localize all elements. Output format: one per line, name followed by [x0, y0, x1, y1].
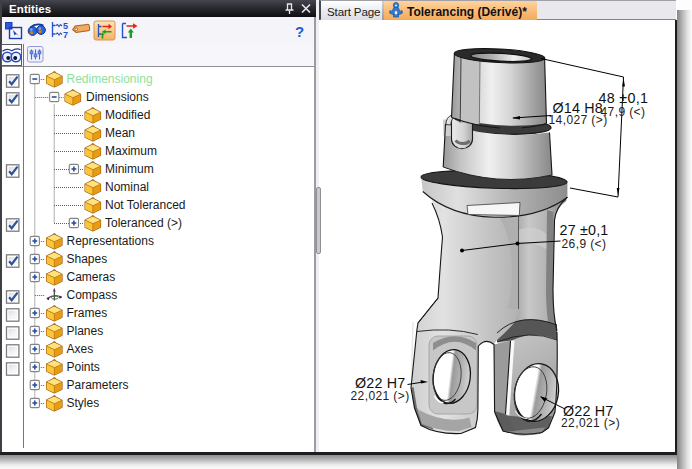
svg-text:Parameters: Parameters: [67, 378, 129, 392]
svg-text:Maximum: Maximum: [105, 144, 157, 158]
svg-text:Points: Points: [67, 360, 100, 374]
svg-text:Compass: Compass: [67, 288, 118, 302]
svg-text:Nominal: Nominal: [105, 180, 149, 194]
svg-text:22,021 (>): 22,021 (>): [351, 389, 410, 403]
svg-text:Shapes: Shapes: [67, 252, 108, 266]
svg-text:?: ?: [295, 23, 304, 40]
svg-text:Frames: Frames: [67, 306, 108, 320]
svg-text:Axes: Axes: [67, 342, 94, 356]
svg-text:Cameras: Cameras: [67, 270, 116, 284]
svg-text:Toleranced (>): Toleranced (>): [105, 216, 182, 230]
svg-text:Minimum: Minimum: [105, 162, 154, 176]
svg-text:7: 7: [63, 30, 68, 40]
svg-text:27 ±0,1: 27 ±0,1: [560, 222, 609, 238]
svg-text:14,027 (>): 14,027 (>): [549, 113, 608, 127]
svg-text:Not Toleranced: Not Toleranced: [105, 198, 186, 212]
svg-text:Styles: Styles: [67, 396, 100, 410]
svg-text:Modified: Modified: [105, 108, 150, 122]
svg-text:Dimensions: Dimensions: [86, 90, 149, 104]
svg-text:Mean: Mean: [105, 126, 135, 140]
svg-text:22,021 (>): 22,021 (>): [561, 416, 620, 430]
svg-text:Representations: Representations: [67, 234, 154, 248]
svg-text:26,9 (<): 26,9 (<): [562, 237, 607, 251]
svg-text:Redimensioning: Redimensioning: [67, 72, 153, 86]
svg-text:Planes: Planes: [67, 324, 104, 338]
